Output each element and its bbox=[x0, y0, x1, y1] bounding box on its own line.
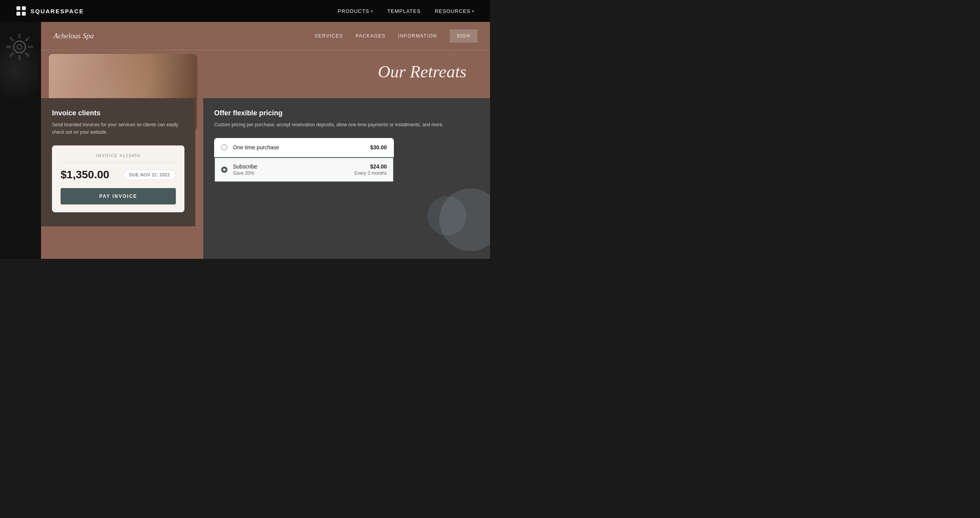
subscribe-amount: $24.00 bbox=[354, 163, 387, 170]
one-time-price: $30.00 bbox=[370, 144, 387, 151]
subscribe-label: Subscribe Save 20% bbox=[233, 163, 354, 176]
one-time-purchase-row[interactable]: One time purchase $30.00 bbox=[214, 138, 394, 157]
left-panel bbox=[0, 0, 41, 259]
subscribe-radio[interactable] bbox=[221, 167, 227, 173]
pricing-description: Custom pricing per purchase, accept rese… bbox=[214, 121, 479, 129]
svg-rect-7 bbox=[25, 36, 30, 42]
squarespace-logo-icon bbox=[16, 5, 27, 16]
resources-link[interactable]: RESOURCES ▾ bbox=[435, 8, 474, 14]
subscribe-price: $24.00 Every 2 months bbox=[354, 163, 387, 176]
invoice-number: INVOICE #123456 bbox=[61, 153, 176, 163]
svg-rect-13 bbox=[9, 36, 14, 42]
svg-rect-1 bbox=[22, 6, 26, 10]
pricing-card: One time purchase $30.00 Subscribe Save … bbox=[214, 138, 394, 182]
subscribe-row[interactable]: Subscribe Save 20% $24.00 Every 2 months bbox=[214, 157, 394, 182]
invoice-description: Send branded invoices for your services … bbox=[52, 121, 184, 136]
svg-rect-0 bbox=[16, 6, 20, 10]
invoice-overlay: Invoice clients Send branded invoices fo… bbox=[41, 98, 195, 226]
subscribe-title: Subscribe bbox=[233, 163, 354, 170]
one-time-amount: $30.00 bbox=[370, 144, 387, 151]
spa-nav: SERVICES PACKAGES INFORMATION SIGN bbox=[315, 29, 477, 43]
one-time-radio[interactable] bbox=[221, 144, 227, 151]
pricing-overlay: Offer flexible pricing Custom pricing pe… bbox=[203, 98, 490, 259]
subscribe-sublabel: Save 20% bbox=[233, 170, 354, 176]
templates-link[interactable]: TEMPLATES bbox=[387, 8, 420, 14]
pricing-title: Offer flexible pricing bbox=[214, 109, 479, 117]
invoice-due-date: DUE NOV 22, 2022 bbox=[123, 170, 176, 180]
spa-packages-link[interactable]: PACKAGES bbox=[356, 33, 386, 39]
svg-rect-8 bbox=[28, 46, 33, 48]
products-link[interactable]: PRODUCTS ▾ bbox=[338, 8, 373, 14]
one-time-label: One time purchase bbox=[233, 144, 370, 151]
svg-point-5 bbox=[17, 45, 22, 49]
spa-hero-heading: Our Retreats bbox=[378, 62, 467, 82]
nav-links: PRODUCTS ▾ TEMPLATES RESOURCES ▾ bbox=[338, 8, 474, 14]
invoice-card: INVOICE #123456 $1,350.00 DUE NOV 22, 20… bbox=[52, 145, 184, 212]
top-navigation: SQUARESPACE PRODUCTS ▾ TEMPLATES RESOURC… bbox=[0, 0, 490, 22]
squarespace-logo[interactable]: SQUARESPACE bbox=[16, 5, 84, 16]
svg-rect-9 bbox=[25, 52, 30, 57]
invoice-amount: $1,350.00 bbox=[61, 168, 109, 181]
gear-decoration-icon bbox=[4, 31, 35, 63]
spa-information-link[interactable]: INFORMATION bbox=[398, 33, 437, 39]
one-time-title: One time purchase bbox=[233, 144, 370, 151]
spa-sign-button[interactable]: SIGN bbox=[450, 29, 477, 43]
brand-name: SQUARESPACE bbox=[30, 8, 84, 14]
subscribe-period: Every 2 months bbox=[354, 170, 387, 176]
invoice-amount-row: $1,350.00 DUE NOV 22, 2022 bbox=[61, 168, 176, 181]
svg-rect-11 bbox=[9, 52, 14, 57]
products-chevron-icon: ▾ bbox=[371, 9, 373, 13]
svg-rect-6 bbox=[18, 33, 21, 39]
resources-chevron-icon: ▾ bbox=[472, 9, 474, 13]
spa-logo[interactable]: Achelous Spa bbox=[54, 32, 94, 40]
spa-services-link[interactable]: SERVICES bbox=[315, 33, 343, 39]
svg-rect-10 bbox=[18, 55, 21, 61]
svg-rect-3 bbox=[22, 12, 26, 16]
spa-site-header: Achelous Spa SERVICES PACKAGES INFORMATI… bbox=[41, 22, 490, 50]
svg-point-4 bbox=[14, 41, 25, 53]
svg-rect-12 bbox=[6, 46, 11, 48]
svg-rect-2 bbox=[16, 12, 20, 16]
main-content: Achelous Spa SERVICES PACKAGES INFORMATI… bbox=[41, 22, 490, 259]
invoice-title: Invoice clients bbox=[52, 109, 184, 117]
pay-invoice-button[interactable]: PAY INVOICE bbox=[61, 188, 176, 204]
